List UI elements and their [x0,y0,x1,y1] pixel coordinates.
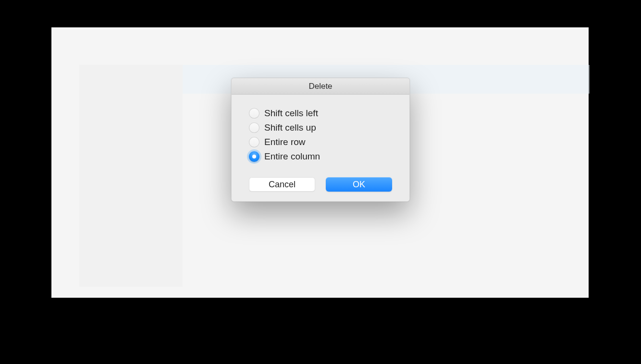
radio-label: Shift cells up [264,122,316,133]
radio-icon-selected [249,151,259,162]
radio-icon [249,108,259,119]
ok-button[interactable]: OK [326,177,392,192]
background-sidebar [79,65,183,287]
cancel-button[interactable]: Cancel [249,177,315,192]
radio-label: Shift cells left [264,108,318,119]
dialog-title: Delete [308,82,332,91]
delete-dialog: Delete Shift cells left Shift cells up E… [231,78,410,202]
dialog-titlebar: Delete [232,78,409,95]
radio-entire-column[interactable]: Entire column [249,151,392,162]
radio-label: Entire column [264,151,320,162]
radio-icon [249,137,259,147]
delete-options-group: Shift cells left Shift cells up Entire r… [249,108,392,162]
ok-button-label: OK [353,180,365,190]
cancel-button-label: Cancel [269,180,296,190]
radio-label: Entire row [264,137,306,147]
radio-icon [249,122,259,133]
radio-entire-row[interactable]: Entire row [249,137,392,147]
radio-shift-cells-up[interactable]: Shift cells up [249,122,392,133]
radio-shift-cells-left[interactable]: Shift cells left [249,108,392,119]
dialog-body: Shift cells left Shift cells up Entire r… [232,95,409,201]
dialog-button-row: Cancel OK [249,177,392,192]
